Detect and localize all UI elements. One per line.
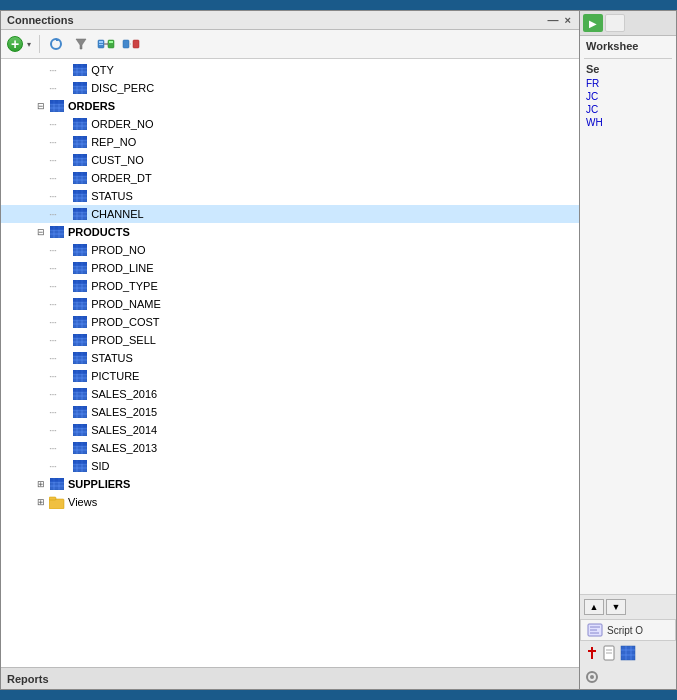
- tree-expander-orders[interactable]: ⊟: [33, 98, 49, 114]
- svg-point-174: [590, 675, 594, 679]
- svg-rect-138: [73, 424, 87, 428]
- list-item[interactable]: ⊟ PRODUCTS: [1, 223, 579, 241]
- refresh-button[interactable]: [45, 33, 67, 55]
- section-item-fr[interactable]: FR: [586, 77, 670, 90]
- svg-rect-36: [73, 118, 87, 122]
- tree-expander: [56, 314, 72, 330]
- list-item[interactable]: ⊞ SUPPLIERS: [1, 475, 579, 493]
- tree-expander: [56, 80, 72, 96]
- node-label: PROD_SELL: [91, 334, 156, 346]
- svg-rect-54: [73, 172, 87, 176]
- field-icon: [72, 315, 88, 329]
- list-item[interactable]: ···· CUST_NO: [1, 151, 579, 169]
- tree-expander: [56, 170, 72, 186]
- list-item[interactable]: ···· STATUS: [1, 349, 579, 367]
- panel-title-controls: — ×: [546, 14, 573, 26]
- svg-rect-168: [621, 646, 635, 660]
- tree-expander-products[interactable]: ⊟: [33, 224, 49, 240]
- tree-expander: [56, 188, 72, 204]
- list-item[interactable]: ···· ORDER_NO: [1, 115, 579, 133]
- list-item[interactable]: ···· SALES_2016: [1, 385, 579, 403]
- node-label: PROD_COST: [91, 316, 159, 328]
- field-icon: [72, 423, 88, 437]
- list-item[interactable]: ···· SALES_2014: [1, 421, 579, 439]
- panel-minimize-btn[interactable]: —: [546, 14, 561, 26]
- panel-title-bar: Connections — ×: [1, 11, 579, 30]
- node-label: SID: [91, 460, 109, 472]
- node-label: Views: [68, 496, 97, 508]
- field-icon: [72, 171, 88, 185]
- list-item[interactable]: ⊟ ORDERS: [1, 97, 579, 115]
- arrow-up-button[interactable]: ▲: [584, 599, 604, 615]
- field-icon: [72, 81, 88, 95]
- tree-line: ····: [49, 173, 56, 184]
- list-item[interactable]: ···· ORDER_DT: [1, 169, 579, 187]
- field-icon: [72, 135, 88, 149]
- tree-line: ····: [49, 371, 56, 382]
- svg-rect-132: [73, 406, 87, 410]
- svg-marker-2: [76, 39, 86, 49]
- bottom-bar: Reports: [1, 667, 579, 689]
- field-icon: [72, 405, 88, 419]
- list-item[interactable]: ···· SID: [1, 457, 579, 475]
- list-item[interactable]: ···· PROD_TYPE: [1, 277, 579, 295]
- tree-view[interactable]: ···· QTY ···· DISC_PERC: [1, 59, 579, 667]
- bottom-bar-label: Reports: [7, 673, 49, 685]
- tree-expander: [56, 458, 72, 474]
- play-button[interactable]: ▶: [583, 14, 603, 32]
- filter-icon: [74, 37, 88, 51]
- list-item[interactable]: ···· PROD_LINE: [1, 259, 579, 277]
- field-icon: [72, 153, 88, 167]
- field-icon: [72, 189, 88, 203]
- tree-line: ····: [49, 191, 56, 202]
- tree-expander: [56, 206, 72, 222]
- right-panel-toolbar: ▶: [580, 11, 676, 36]
- section-item-wh[interactable]: WH: [586, 116, 670, 129]
- svg-rect-114: [73, 352, 87, 356]
- list-item[interactable]: ···· PROD_COST: [1, 313, 579, 331]
- list-item[interactable]: ···· PICTURE: [1, 367, 579, 385]
- svg-rect-96: [73, 298, 87, 302]
- svg-rect-24: [73, 82, 87, 86]
- add-dropdown-button[interactable]: ▾: [24, 36, 34, 52]
- list-item[interactable]: ···· DISC_PERC: [1, 79, 579, 97]
- tree-expander: [56, 422, 72, 438]
- toolbar-separator-1: [39, 35, 40, 53]
- tree-expander-suppliers[interactable]: ⊞: [33, 476, 49, 492]
- connect-button[interactable]: [95, 33, 117, 55]
- tree-line: ····: [49, 83, 56, 94]
- worksheet-label: Workshee: [586, 40, 670, 52]
- node-label: QTY: [91, 64, 114, 76]
- stop-button[interactable]: [605, 14, 625, 32]
- node-label: PROD_TYPE: [91, 280, 158, 292]
- section-item-jc2[interactable]: JC: [586, 103, 670, 116]
- list-item[interactable]: ···· PROD_SELL: [1, 331, 579, 349]
- panel-close-btn[interactable]: ×: [563, 14, 573, 26]
- table-icon: [49, 225, 65, 239]
- svg-rect-48: [73, 154, 87, 158]
- list-item[interactable]: ···· SALES_2013: [1, 439, 579, 457]
- list-item[interactable]: ···· SALES_2015: [1, 403, 579, 421]
- list-item[interactable]: ···· CHANNEL: [1, 205, 579, 223]
- node-label: SALES_2015: [91, 406, 157, 418]
- list-item[interactable]: ···· PROD_NAME: [1, 295, 579, 313]
- field-icon: [72, 333, 88, 347]
- field-icon: [72, 117, 88, 131]
- field-icon: [72, 297, 88, 311]
- section-item-jc1[interactable]: JC: [586, 90, 670, 103]
- list-item[interactable]: ···· REP_NO: [1, 133, 579, 151]
- list-item[interactable]: ···· PROD_NO: [1, 241, 579, 259]
- filter-button[interactable]: [70, 33, 92, 55]
- list-item[interactable]: ⊞ Views: [1, 493, 579, 511]
- disconnect-button[interactable]: [120, 33, 142, 55]
- node-label: STATUS: [91, 352, 133, 364]
- list-item[interactable]: ···· STATUS: [1, 187, 579, 205]
- list-item[interactable]: ···· QTY: [1, 61, 579, 79]
- tree-expander-views[interactable]: ⊞: [33, 494, 49, 510]
- arrow-down-button[interactable]: ▼: [606, 599, 626, 615]
- tree-expander: [56, 152, 72, 168]
- field-icon: [72, 459, 88, 473]
- tree-line: ····: [49, 407, 56, 418]
- add-connection-button[interactable]: +: [7, 36, 23, 52]
- svg-rect-90: [73, 280, 87, 284]
